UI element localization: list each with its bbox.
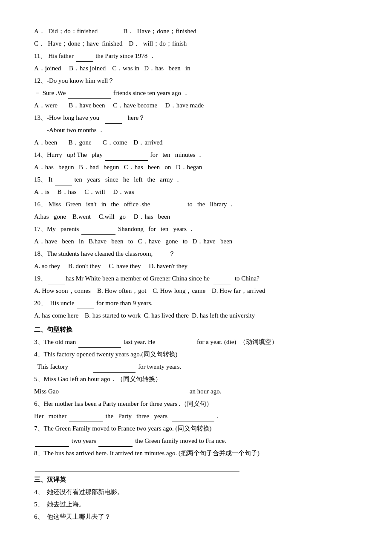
q18-options: A. so they B. don't they C. have they D.…	[34, 260, 358, 272]
q18-text: 18、The students have cleaned the classro…	[34, 248, 358, 260]
q16-options: A.has gone B.went C.will go D．has been	[34, 211, 358, 223]
q15-blank[interactable]	[55, 185, 72, 185]
page: A． Did；do；finished B． Have；done；finished…	[0, 0, 392, 555]
q7-text: 7、The Green Family moved to France two y…	[34, 423, 358, 434]
q6-text: 6、Her mother has been a Party member for…	[34, 398, 358, 410]
q12-options: A．were B．have been C．have become D．have …	[34, 100, 358, 111]
q8-text: 8、The bus has arrived here. It arrived t…	[34, 448, 358, 459]
q12-blank[interactable]	[68, 98, 111, 99]
q13-sub-text: -About two months ．	[34, 124, 358, 136]
option-line-ab: A． Did；do；finished B． Have；done；finished	[34, 26, 358, 37]
q15-options: A．is B．has C．will D．was	[34, 186, 358, 198]
q5-text: 5、Miss Gao left an hour ago．（同义句转换）	[34, 373, 358, 385]
q17-blank[interactable]	[81, 234, 115, 235]
q17-text: 17、My parents Shandong for ten years ．	[34, 223, 358, 235]
q19-blank1[interactable]	[48, 284, 65, 284]
option-line-cd: C． Have；done；have finished D． will；do；fi…	[34, 38, 358, 49]
q7-blank1[interactable]	[35, 446, 69, 447]
q13-blank[interactable]	[105, 123, 122, 124]
q11-options: A．joined B．has joined C．was in D．has bee…	[34, 63, 358, 74]
q4-text: 4、This factory opened twenty years ago.(…	[34, 349, 358, 360]
q3-text: 3、The old man last year. He for a year. …	[34, 336, 358, 348]
q14-blank[interactable]	[105, 160, 148, 161]
q5-blank2[interactable]	[98, 397, 141, 397]
q3-blank1[interactable]	[78, 347, 121, 348]
q4-blank[interactable]	[93, 372, 135, 373]
q5-blank3[interactable]	[144, 397, 187, 397]
q12-text: 12、-Do you know him well？	[34, 75, 358, 87]
q7-sub: two years the Green family moved to Fra …	[34, 435, 358, 447]
q8-answer-line	[34, 460, 358, 471]
q11-blank[interactable]	[76, 61, 93, 62]
q17-options: A．have been in B.have been to C．have gon…	[34, 236, 358, 247]
q5-blank1[interactable]	[61, 397, 95, 397]
q14-options: A．has begun B．had begun C．has been on D．…	[34, 162, 358, 173]
q20-options: A. has come here B. has started to work …	[34, 310, 358, 321]
q13-text: 13、-How long have you here？	[34, 112, 358, 124]
q5-sub: Miss Gao an hour ago.	[34, 386, 358, 397]
q7-blank2[interactable]	[98, 446, 133, 447]
section2-title: 二、句型转换	[34, 324, 358, 335]
q8-blank[interactable]	[35, 471, 239, 471]
q20-blank[interactable]	[77, 309, 94, 309]
q6-blank1[interactable]	[69, 422, 103, 422]
q4-cn-text: 4、 她还没有看过那部新电影。	[34, 486, 358, 498]
q16-blank[interactable]	[151, 210, 185, 210]
q6-cn-text: 6、 他这些天上哪儿去了？	[34, 511, 358, 523]
q5-cn-text: 5、 她去过上海。	[34, 499, 358, 510]
q14-text: 14、Hurry up! The play for ten minutes ．	[34, 149, 358, 161]
q16-text: 16、 Miss Green isn't in the office .she …	[34, 199, 358, 210]
q19-text: 19、has Mr White been a member of Greener…	[34, 273, 358, 284]
q11-text: 11、 His father the Party since 1978 ．	[34, 50, 358, 62]
section3-title: 三、汉译英	[34, 474, 358, 486]
q20-text: 20、 His uncle for more than 9 years.	[34, 298, 358, 309]
q6-sub: Her mother the Party three years .	[34, 410, 358, 422]
q6-blank2[interactable]	[172, 422, 214, 422]
q15-text: 15、 It ten years since he left the army …	[34, 174, 358, 185]
q19-options: A. How soon，comes B. How often，got C. Ho…	[34, 285, 358, 297]
q19-blank2[interactable]	[213, 284, 231, 284]
q13-options: A．been B．gone C．come D．arrived	[34, 137, 358, 148]
q4-sub: This factory for twenty years.	[34, 361, 358, 373]
q12-sub-text: − Sure .We friends since ten years ago ．	[34, 87, 358, 99]
